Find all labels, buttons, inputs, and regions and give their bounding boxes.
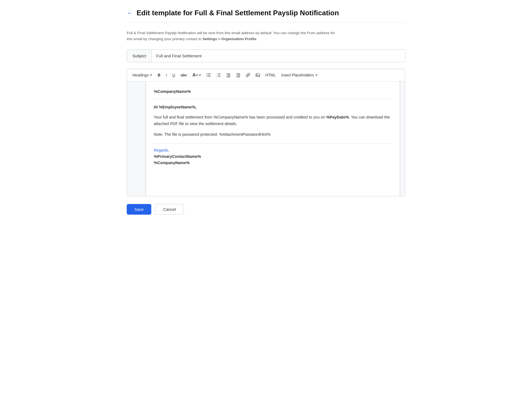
info-text-part3: .: [256, 37, 258, 41]
editor-container: Headings B I U abe A A: [127, 69, 405, 196]
indent-increase-icon: [236, 73, 240, 77]
info-text-part2: this email by changing your primary cont…: [127, 37, 203, 41]
subject-input[interactable]: [152, 50, 405, 62]
link-icon: [246, 73, 250, 77]
email-company-footer: %CompanyName%: [154, 161, 190, 165]
email-greeting: Hi %EmployeeName%,: [154, 104, 391, 111]
image-icon: [256, 73, 260, 77]
insert-placeholders-label: Insert Placeholders: [281, 73, 314, 77]
font-size-small-a: A: [196, 73, 198, 77]
svg-rect-7: [218, 75, 220, 75]
back-arrow-icon: ←: [127, 10, 133, 17]
svg-rect-15: [226, 77, 230, 77]
headings-chevron-icon: [150, 75, 152, 76]
svg-point-5: [206, 76, 207, 77]
indent-increase-button[interactable]: [234, 72, 243, 79]
svg-rect-1: [208, 75, 211, 75]
email-para1: Your full and final settlement from %Com…: [154, 114, 391, 127]
strikethrough-label: abe: [181, 73, 187, 77]
underline-label: U: [172, 73, 175, 77]
indent-decrease-button[interactable]: [224, 72, 233, 79]
cancel-button[interactable]: Cancel: [155, 204, 184, 215]
editor-body: %CompanyName% Hi %EmployeeName%, Your fu…: [127, 81, 405, 196]
email-note: Note: The file is password protected. %A…: [154, 131, 391, 138]
info-text-part1: Full & Final Settlement Payslip Notifica…: [127, 31, 335, 35]
headings-dropdown-button[interactable]: Headings: [130, 72, 154, 79]
ordered-list-button[interactable]: 1. 2. 3.: [214, 72, 223, 79]
email-para1-prefix: Your full and final settlement from %Com…: [154, 115, 326, 119]
footer-buttons: Save Cancel: [127, 204, 405, 215]
editor-toolbar: Headings B I U abe A A: [127, 69, 405, 81]
back-button[interactable]: ←: [127, 10, 133, 17]
email-regards: Regards,: [154, 148, 391, 152]
unordered-list-icon: [206, 73, 211, 77]
email-divider: [154, 143, 391, 144]
subject-label: Subject: [127, 50, 152, 62]
editor-right-margin: [400, 81, 405, 196]
company-name-text: %CompanyName%: [154, 89, 191, 94]
svg-text:3.: 3.: [216, 76, 217, 77]
bold-button[interactable]: B: [155, 72, 162, 79]
email-primary-contact: %PrimaryContactName%: [154, 154, 201, 159]
email-signature-block: Regards, %PrimaryContactName% %CompanyNa…: [154, 148, 391, 166]
editor-left-margin: [127, 81, 146, 196]
ordered-list-icon: 1. 2. 3.: [216, 73, 221, 77]
font-size-large-a: A: [193, 73, 196, 78]
email-body: Hi %EmployeeName%, Your full and final s…: [154, 104, 391, 138]
html-button[interactable]: HTML: [263, 72, 278, 79]
save-button[interactable]: Save: [127, 204, 151, 215]
svg-rect-14: [227, 76, 230, 76]
svg-rect-2: [208, 76, 211, 77]
html-label: HTML: [265, 73, 276, 77]
company-name-block: %CompanyName%: [154, 89, 391, 99]
svg-point-4: [206, 75, 207, 75]
italic-label: I: [166, 73, 167, 77]
svg-rect-20: [236, 77, 240, 77]
strikethrough-button[interactable]: abe: [178, 72, 189, 79]
svg-rect-19: [237, 76, 240, 76]
underline-button[interactable]: U: [170, 72, 177, 79]
svg-rect-17: [236, 73, 240, 74]
insert-placeholders-button[interactable]: Insert Placeholders: [279, 72, 320, 79]
bold-label: B: [158, 73, 160, 77]
svg-rect-13: [227, 75, 230, 75]
email-para1-bold: %PayDate%: [326, 115, 349, 119]
font-size-button[interactable]: A A: [190, 71, 203, 79]
email-signature: %PrimaryContactName% %CompanyName%: [154, 153, 391, 166]
svg-point-3: [206, 73, 207, 74]
info-text: Full & Final Settlement Payslip Notifica…: [127, 30, 405, 42]
editor-content[interactable]: %CompanyName% Hi %EmployeeName%, Your fu…: [146, 81, 400, 196]
svg-rect-0: [208, 73, 211, 74]
svg-rect-8: [218, 76, 220, 77]
link-button[interactable]: [244, 72, 252, 79]
page-title: Edit template for Full & Final Settlemen…: [137, 9, 339, 17]
page-header: ← Edit template for Full & Final Settlem…: [127, 9, 405, 22]
subject-row: Subject: [127, 49, 405, 62]
font-size-chevron-icon: [199, 75, 201, 76]
svg-rect-6: [218, 73, 220, 74]
insert-placeholders-chevron-icon: [315, 75, 318, 76]
svg-rect-12: [226, 73, 230, 74]
headings-label: Headings: [132, 73, 149, 77]
image-button[interactable]: [253, 72, 262, 79]
indent-decrease-icon: [226, 73, 230, 77]
info-settings-link[interactable]: Settings > Organization Profile: [203, 37, 256, 41]
svg-marker-16: [226, 75, 227, 76]
svg-point-23: [256, 74, 257, 75]
unordered-list-button[interactable]: [204, 72, 213, 79]
svg-rect-18: [237, 75, 240, 75]
svg-marker-21: [236, 75, 237, 76]
italic-button[interactable]: I: [164, 72, 169, 79]
